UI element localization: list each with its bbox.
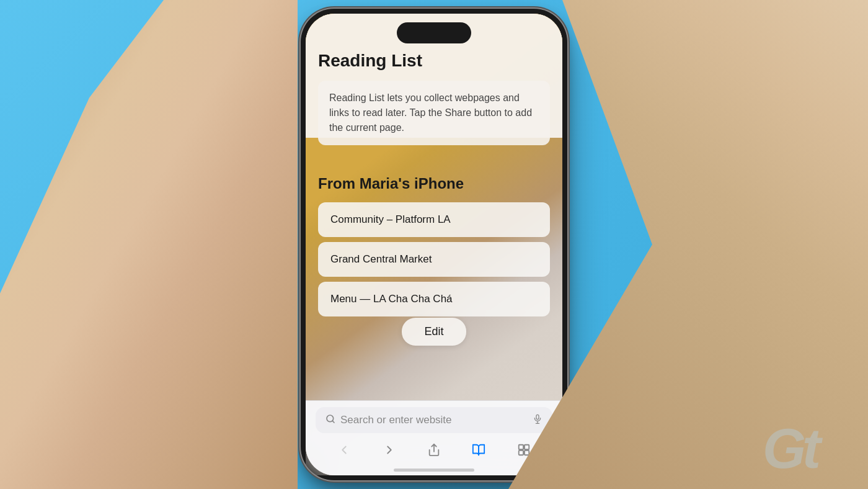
reading-list-section: Reading List Reading List lets you colle… — [306, 51, 562, 163]
svg-text:Gt: Gt — [763, 418, 823, 474]
gt-watermark: Gt — [763, 418, 849, 477]
reading-list-description: Reading List lets you collect webpages a… — [318, 81, 550, 145]
svg-rect-7 — [525, 445, 529, 449]
svg-rect-9 — [525, 451, 529, 455]
svg-rect-8 — [519, 451, 523, 455]
nav-bar — [316, 441, 552, 463]
home-indicator — [394, 469, 474, 472]
reading-list-title: Reading List — [318, 51, 550, 71]
back-button[interactable] — [332, 441, 356, 463]
reading-item-1-label: Community – Platform LA — [330, 213, 451, 225]
share-button[interactable] — [422, 441, 446, 463]
dynamic-island — [397, 22, 471, 43]
reading-item-3[interactable]: Menu — LA Cha Cha Chá — [318, 282, 550, 316]
bookmarks-button[interactable] — [467, 441, 490, 463]
svg-rect-6 — [519, 445, 523, 449]
svg-rect-2 — [536, 415, 539, 419]
edit-button[interactable]: Edit — [402, 318, 466, 346]
reading-item-3-label: Menu — LA Cha Cha Chá — [330, 293, 453, 305]
svg-line-1 — [332, 421, 334, 423]
edit-button-container: Edit — [306, 318, 562, 346]
search-placeholder: Search or enter website — [340, 414, 528, 426]
from-iphone-section: From Maria's iPhone Community – Platform… — [306, 175, 562, 321]
phone-frame: Reading List Reading List lets you colle… — [301, 9, 567, 480]
reading-item-2-label: Grand Central Market — [330, 253, 432, 265]
mic-icon — [533, 414, 542, 426]
search-icon — [326, 414, 335, 426]
forward-button[interactable] — [378, 441, 401, 463]
from-iphone-title: From Maria's iPhone — [318, 175, 550, 192]
phone-screen: Reading List Reading List lets you colle… — [306, 14, 562, 475]
reading-item-1[interactable]: Community – Platform LA — [318, 202, 550, 237]
search-bar[interactable]: Search or enter website — [316, 407, 552, 433]
reading-item-2[interactable]: Grand Central Market — [318, 242, 550, 277]
